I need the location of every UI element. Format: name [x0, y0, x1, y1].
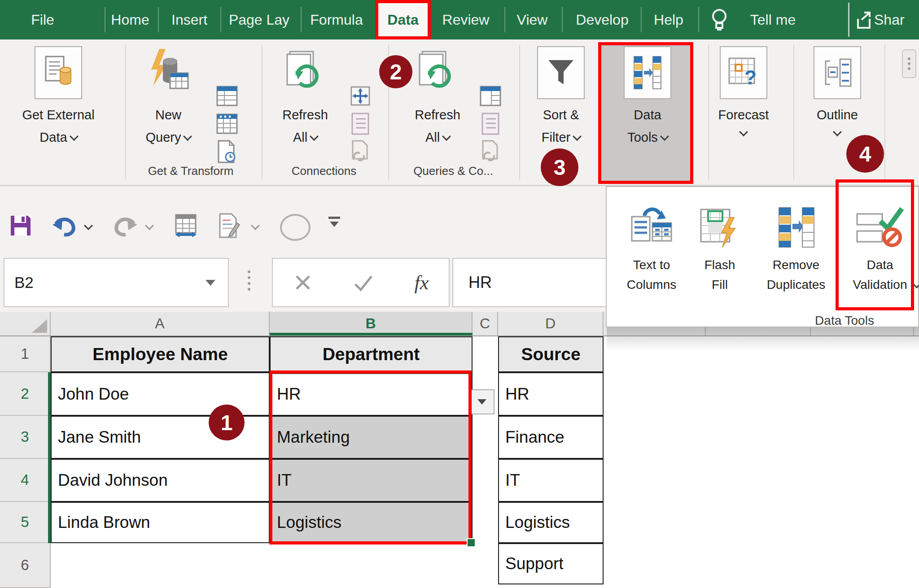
cell-A4[interactable]: David Johnson — [51, 459, 270, 502]
new-query-icon — [144, 46, 192, 99]
formula-buttons: fx — [272, 258, 450, 307]
dropdown-arrow-icon — [477, 399, 486, 405]
edit-dropdown-caret[interactable] — [252, 224, 258, 232]
cell-D5[interactable]: Logistics — [498, 502, 604, 543]
remove-duplicates-icon — [771, 205, 821, 250]
step-badge-3: 3 — [541, 148, 578, 186]
dropdown-caret-icon — [184, 132, 193, 141]
tab-insert[interactable]: Insert — [162, 0, 216, 39]
data-validation-dropdown-button[interactable] — [469, 389, 495, 414]
show-queries-icon[interactable] — [214, 84, 240, 108]
edit-document-button[interactable] — [216, 213, 241, 238]
button-label: Refresh — [265, 108, 346, 122]
tab-separator — [698, 7, 699, 32]
tell-me-box[interactable]: Tell me — [743, 0, 803, 39]
tab-separator — [562, 7, 563, 32]
undo-button[interactable] — [52, 213, 77, 238]
panel-item-remove-duplicates[interactable]: Remove Duplicates — [762, 200, 830, 308]
panel-item-text-to-columns[interactable]: Text to Columns — [618, 200, 685, 308]
properties-list-icon — [348, 112, 373, 135]
connection-properties-icon[interactable] — [348, 84, 373, 108]
data-validation-caret-icon[interactable] — [914, 282, 919, 290]
cancel-icon[interactable] — [293, 273, 313, 292]
annotation-box-data-validation — [836, 179, 914, 310]
redo-dropdown-caret[interactable] — [146, 224, 153, 232]
button-label: Filter — [521, 130, 601, 145]
tab-file[interactable]: File — [18, 0, 67, 39]
tab-separator — [641, 7, 642, 32]
excel-window: File Home Insert Page Lay Formula Data R… — [0, 0, 919, 588]
tab-home[interactable]: Home — [101, 0, 159, 39]
row-header-2[interactable]: 2 — [0, 372, 51, 416]
group-divider — [262, 45, 263, 179]
row-header-5[interactable]: 5 — [0, 502, 51, 543]
fill-handle[interactable] — [467, 538, 476, 547]
column-header-B-selected[interactable]: B — [270, 312, 473, 335]
qat-customize-button[interactable] — [328, 217, 340, 227]
svg-text:?: ? — [744, 66, 757, 88]
cell-A1[interactable]: Employee Name — [51, 336, 270, 372]
column-width-button[interactable] — [173, 213, 198, 238]
tab-page-layout[interactable]: Page Lay — [222, 0, 296, 39]
panel-shadow — [607, 327, 919, 351]
get-external-data-button[interactable]: Get External Data — [13, 39, 103, 186]
tab-help[interactable]: Help — [646, 0, 691, 39]
edit-links-icon — [478, 140, 503, 163]
row-header-1[interactable]: 1 — [0, 336, 51, 372]
tell-me-label: Tell me — [750, 12, 796, 28]
tab-review[interactable]: Review — [434, 0, 497, 39]
circle-shape-button[interactable] — [280, 214, 311, 241]
redo-button[interactable] — [113, 213, 138, 238]
undo-dropdown-caret[interactable] — [85, 224, 92, 232]
tab-file-label: File — [31, 12, 54, 28]
cell-A5[interactable]: Linda Brown — [51, 502, 270, 543]
tab-separator — [301, 7, 302, 32]
button-label: All — [397, 130, 478, 145]
column-header-A[interactable]: A — [51, 312, 270, 335]
tab-developer[interactable]: Develop — [566, 0, 638, 39]
column-header-C[interactable]: C — [473, 312, 498, 335]
panel-group-label: Data Tools — [800, 314, 889, 328]
row-header-4[interactable]: 4 — [0, 459, 51, 502]
button-label: Data — [13, 130, 103, 145]
row-header-3[interactable]: 3 — [0, 416, 51, 459]
annotation-box-data-tools — [598, 42, 693, 184]
tab-data-active[interactable]: Data — [375, 0, 431, 39]
cell-D4[interactable]: IT — [498, 459, 604, 502]
queries-connections-pane-icon[interactable] — [478, 84, 503, 108]
annotation-box-department-range — [269, 370, 472, 544]
enter-check-icon[interactable] — [353, 273, 374, 292]
dropdown-caret-icon — [442, 132, 451, 141]
share-button[interactable]: Shar — [874, 0, 919, 39]
formula-bar-splitter[interactable] — [248, 270, 250, 291]
name-box-caret-icon[interactable] — [206, 280, 215, 286]
button-label: Get External — [13, 108, 103, 122]
panel-item-flash-fill[interactable]: Flash Fill — [686, 200, 753, 308]
tab-view[interactable]: View — [507, 0, 557, 39]
from-table-icon[interactable] — [214, 112, 240, 135]
cell-D3[interactable]: Finance — [498, 416, 604, 459]
recent-sources-icon[interactable] — [214, 140, 240, 163]
group-label-queries: Queries & Co... — [397, 164, 509, 178]
save-button[interactable] — [8, 213, 33, 238]
group-label-connections: Connections — [275, 164, 373, 178]
insert-function-button[interactable]: fx — [415, 271, 429, 294]
group-divider — [519, 45, 520, 179]
name-box[interactable]: B2 — [4, 258, 229, 307]
select-all-corner[interactable] — [0, 312, 51, 335]
button-label: Sort & — [521, 108, 601, 122]
row-header-6[interactable]: 6 — [0, 543, 51, 588]
ribbon-scroll-gripper[interactable] — [902, 49, 916, 78]
properties-list-icon — [478, 112, 503, 135]
cell-D1[interactable]: Source — [498, 336, 604, 372]
cell-D2[interactable]: HR — [498, 372, 604, 416]
group-divider — [793, 45, 794, 179]
column-header-D[interactable]: D — [498, 312, 604, 335]
formula-bar-value: HR — [468, 273, 492, 292]
cell-D6[interactable]: Support — [498, 543, 604, 584]
forecast-button[interactable]: ? Forecast — [703, 39, 784, 186]
filter-funnel-icon — [537, 46, 585, 99]
cell-B1[interactable]: Department — [270, 336, 473, 372]
step-badge-4: 4 — [846, 135, 884, 173]
tab-formulas[interactable]: Formula — [303, 0, 370, 39]
